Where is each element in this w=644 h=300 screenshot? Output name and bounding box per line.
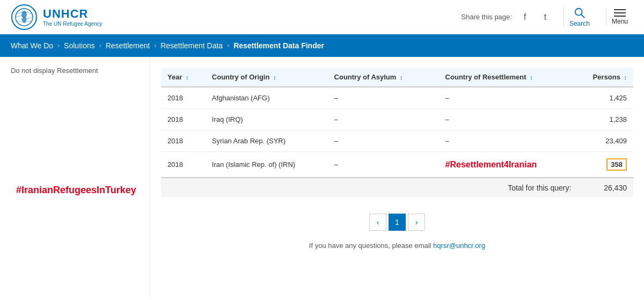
logo-text: UNHCR The UN Refugee Agency [43, 7, 103, 27]
row-3-year: 2018 [161, 152, 206, 178]
row-1-resettlement: – [439, 109, 578, 130]
nav-resettlement-data[interactable]: Resettlement Data [160, 41, 223, 50]
row-3-persons: 358 [577, 152, 633, 178]
col-origin-header[interactable]: Country of Origin ↕ [206, 68, 328, 87]
share-section: Share this page: f t [461, 10, 553, 25]
total-row: Total for this query: 26,430 [161, 178, 633, 197]
nav-sep-4: › [227, 42, 229, 49]
row-1-asylum: – [328, 109, 439, 130]
facebook-icon[interactable]: f [517, 10, 532, 25]
twitter-icon[interactable]: t [538, 10, 553, 25]
table-wrapper: Year ↕ Country of Origin ↕ Country of As… [161, 68, 633, 197]
header-actions: Share this page: f t Search Menu [461, 7, 633, 27]
col-year-header[interactable]: Year ↕ [161, 68, 206, 87]
row-0-persons: 1,425 [577, 87, 633, 109]
page-header: UNHCR The UN Refugee Agency Share this p… [0, 0, 644, 34]
row-0-asylum: – [328, 87, 439, 109]
pagination-page-1[interactable]: 1 [389, 214, 406, 231]
col-asylum-header[interactable]: Country of Asylum ↕ [328, 68, 439, 87]
unhcr-name: UNHCR [43, 7, 103, 21]
row-3-resettlement: #Resettlement4Iranian [439, 152, 578, 178]
row-2-asylum: – [328, 130, 439, 152]
col-resettlement-header[interactable]: Country of Resettlement ↕ [439, 68, 578, 87]
contact-email[interactable]: hqrsr@unhcr.org [433, 242, 485, 250]
search-icon [574, 7, 586, 19]
row-3-origin: Iran (Islamic Rep. of) (IRN) [206, 152, 328, 178]
menu-button[interactable]: Menu [606, 9, 633, 25]
hamburger-icon [614, 9, 626, 17]
pagination-next[interactable]: › [408, 214, 425, 231]
nav-what-we-do[interactable]: What We Do [11, 41, 53, 50]
search-button[interactable]: Search [564, 7, 595, 27]
year-sort-icon: ↕ [186, 74, 189, 81]
svg-point-3 [575, 8, 582, 15]
table-header-row: Year ↕ Country of Origin ↕ Country of As… [161, 68, 633, 87]
data-area: Year ↕ Country of Origin ↕ Country of As… [150, 57, 644, 298]
nav-sep-2: › [99, 42, 101, 49]
logo: UNHCR The UN Refugee Agency [11, 4, 103, 31]
footer-note: If you have any questions, please email … [161, 242, 633, 260]
nav-resettlement-data-finder[interactable]: Resettlement Data Finder [233, 41, 324, 50]
table-row: 2018 Syrian Arab Rep. (SYR) – – 23,409 [161, 130, 633, 152]
sidebar-do-not-display[interactable]: Do not display Resettlement [0, 62, 150, 79]
row-0-resettlement: – [439, 87, 578, 109]
breadcrumb-nav: What We Do › Solutions › Resettlement › … [0, 34, 644, 57]
col-persons-header[interactable]: Persons ↕ [577, 68, 633, 87]
total-label: Total for this query: [161, 178, 577, 197]
row-2-resettlement: – [439, 130, 578, 152]
table-row: 2018 Afghanistan (AFG) – – 1,425 [161, 87, 633, 109]
total-value: 26,430 [577, 178, 633, 197]
search-label: Search [569, 20, 590, 27]
resettlement-table: Year ↕ Country of Origin ↕ Country of As… [161, 68, 633, 197]
pagination: ‹ 1 › [161, 214, 633, 231]
table-row-iran: 2018 Iran (Islamic Rep. of) (IRN) – #Res… [161, 152, 633, 178]
asylum-sort-icon: ↕ [400, 74, 403, 81]
main-content: Do not display Resettlement Year ↕ Count… [0, 57, 644, 298]
hashtag-resettlement4iranian: #Resettlement4Iranian [445, 160, 537, 169]
persons-sort-icon: ↕ [624, 74, 627, 81]
origin-sort-icon: ↕ [273, 74, 276, 81]
svg-line-4 [581, 14, 584, 17]
row-1-persons: 1,238 [577, 109, 633, 130]
pagination-prev[interactable]: ‹ [369, 214, 386, 231]
row-0-year: 2018 [161, 87, 206, 109]
hashtag-iranians-turkey: #IranianRefugeesInTurkey [16, 185, 161, 196]
unhcr-logo-icon [11, 4, 38, 31]
nav-resettlement[interactable]: Resettlement [106, 41, 150, 50]
table-row: 2018 Iraq (IRQ) – – 1,238 [161, 109, 633, 130]
row-1-year: 2018 [161, 109, 206, 130]
row-2-year: 2018 [161, 130, 206, 152]
menu-label: Menu [612, 18, 628, 25]
nav-sep-3: › [154, 42, 156, 49]
iran-persons-highlighted: 358 [606, 158, 627, 171]
row-3-asylum: – [328, 152, 439, 178]
sidebar: Do not display Resettlement [0, 57, 150, 298]
nav-sep-1: › [57, 42, 60, 49]
nav-solutions[interactable]: Solutions [64, 41, 95, 50]
row-2-origin: Syrian Arab Rep. (SYR) [206, 130, 328, 152]
resettlement-sort-icon: ↕ [530, 74, 533, 81]
row-2-persons: 23,409 [577, 130, 633, 152]
row-0-origin: Afghanistan (AFG) [206, 87, 328, 109]
share-label: Share this page: [461, 13, 512, 21]
row-1-origin: Iraq (IRQ) [206, 109, 328, 130]
unhcr-tagline: The UN Refugee Agency [43, 21, 103, 27]
